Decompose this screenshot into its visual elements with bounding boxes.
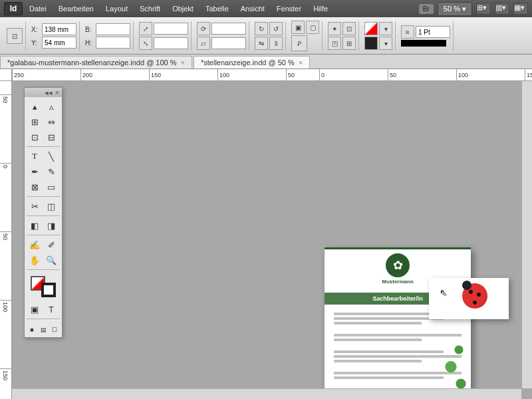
shear-input[interactable] <box>211 37 246 49</box>
mode-none-icon[interactable]: ☐ <box>49 325 60 335</box>
scale-x-icon[interactable]: ⤢ <box>139 22 152 35</box>
scale-y-input[interactable] <box>154 37 188 49</box>
page-tool[interactable]: ⊞ <box>27 114 43 129</box>
stroke-color-icon[interactable] <box>364 37 378 50</box>
document-tabbar: *galabau-mustermann-stellenanzeige.indd … <box>0 55 532 69</box>
x-label: X: <box>31 26 41 33</box>
effects-icon[interactable]: ✦ <box>328 22 341 35</box>
flip-h-icon[interactable]: ⇋ <box>255 37 268 50</box>
document-page[interactable]: Mustermann Sachbearbeiter/in <box>325 247 471 399</box>
menu-bearbeiten[interactable]: Bearbeiten <box>53 2 99 15</box>
w-input[interactable] <box>96 23 130 35</box>
ruler-origin[interactable] <box>0 69 12 81</box>
wrap-icon[interactable]: ⊡ <box>342 22 356 35</box>
company-logo-icon <box>386 253 410 277</box>
arrange-docs-button[interactable]: ▥▾ <box>495 3 509 15</box>
stroke-weight-input[interactable] <box>416 26 450 38</box>
scale-y-icon[interactable]: ⤡ <box>139 37 152 50</box>
stroke-weight-icon[interactable]: ≡ <box>401 25 414 39</box>
fill-none-icon[interactable] <box>364 22 378 35</box>
placeholder-text <box>334 338 422 341</box>
reference-point-icon[interactable]: ⊡ <box>7 28 23 44</box>
menu-objekt[interactable]: Objekt <box>167 2 199 15</box>
screen-mode-button[interactable]: ⊞▾ <box>476 3 491 15</box>
close-icon[interactable]: × <box>55 88 59 96</box>
y-input[interactable] <box>42 37 76 49</box>
placeholder-text <box>334 360 422 362</box>
close-icon[interactable]: × <box>299 59 303 66</box>
horizontal-ruler[interactable]: 25020015010050050100150 <box>12 69 532 81</box>
zoom-selector[interactable]: 50 % ▾ <box>438 2 472 16</box>
scale-x-input[interactable] <box>154 23 188 35</box>
menu-ansicht[interactable]: Ansicht <box>235 2 270 15</box>
rotate-input[interactable] <box>211 23 246 35</box>
bridge-button[interactable]: Br <box>419 4 434 14</box>
char-p-icon[interactable]: P <box>291 35 307 51</box>
vertical-ruler[interactable]: 50050100150 <box>0 81 12 399</box>
free-transform-tool[interactable]: ◫ <box>43 199 59 213</box>
horizontal-scrollbar[interactable] <box>12 388 521 399</box>
tools-panel-header[interactable]: ◂◂× <box>25 88 62 97</box>
apply-color-button[interactable]: ▣ <box>27 302 43 317</box>
rotate-icon[interactable]: ⟳ <box>197 22 210 35</box>
mode-normal-icon[interactable]: ■ <box>27 325 37 335</box>
mode-preview-icon[interactable]: ▤ <box>38 325 49 335</box>
rotate-cw-icon[interactable]: ↻ <box>255 22 268 35</box>
content-collector-tool[interactable]: ⊡ <box>27 130 43 144</box>
corner-icon[interactable]: ◳ <box>328 37 341 50</box>
pen-tool[interactable]: ✒ <box>27 164 43 179</box>
close-icon[interactable]: × <box>181 59 185 66</box>
content-select-icon[interactable]: ▢ <box>306 21 319 34</box>
placeholder-text <box>334 322 422 325</box>
zoom-tool[interactable]: 🔍 <box>43 253 59 267</box>
rectangle-frame-tool[interactable]: ⊠ <box>27 180 43 194</box>
placeholder-text <box>334 350 444 353</box>
menu-fenster[interactable]: Fenster <box>271 2 307 15</box>
rotate-ccw-icon[interactable]: ↺ <box>269 22 283 35</box>
tab-stellenanzeige[interactable]: *stellenanzeige.indd @ 50 %× <box>194 56 310 68</box>
menu-datei[interactable]: Datei <box>24 2 52 15</box>
menu-tabelle[interactable]: Tabelle <box>200 2 234 15</box>
direct-selection-tool[interactable]: ▵ <box>43 99 59 114</box>
selection-tool[interactable]: ▴ <box>27 99 43 114</box>
vertical-scrollbar[interactable] <box>521 81 532 388</box>
shear-icon[interactable]: ▱ <box>197 37 210 50</box>
menu-layout[interactable]: Layout <box>100 2 133 15</box>
x-input[interactable] <box>42 23 76 35</box>
h-label: H: <box>85 39 94 47</box>
hand-tool[interactable]: ✋ <box>27 253 43 267</box>
container-select-icon[interactable]: ▣ <box>291 21 305 34</box>
rectangle-tool[interactable]: ▭ <box>43 180 59 194</box>
gap-tool[interactable]: ⇔ <box>43 114 59 129</box>
placed-snippet[interactable]: ⇖ <box>429 278 509 319</box>
fill-dropdown-icon[interactable]: ▾ <box>379 22 392 35</box>
tab-galabau[interactable]: *galabau-mustermann-stellenanzeige.indd … <box>0 56 192 68</box>
line-tool[interactable]: ╲ <box>43 149 59 164</box>
collapse-icon[interactable]: ◂◂ <box>45 88 53 97</box>
content-placer-tool[interactable]: ⊟ <box>43 130 59 144</box>
workspace-button[interactable]: ▦▾ <box>513 3 528 15</box>
fill-stroke-swatch[interactable] <box>31 276 56 297</box>
note-tool[interactable]: ✍ <box>27 237 43 252</box>
stroke-dropdown-icon[interactable]: ▾ <box>379 37 392 50</box>
canvas[interactable]: Mustermann Sachbearbeiter/in ⇖ <box>12 81 532 399</box>
h-input[interactable] <box>96 37 130 49</box>
stroke-swatch-icon[interactable] <box>41 283 56 297</box>
scissors-tool[interactable]: ✂ <box>27 199 43 213</box>
w-label: B: <box>85 26 94 33</box>
gradient-swatch-tool[interactable]: ◧ <box>27 218 43 233</box>
apply-text-button[interactable]: T <box>43 302 59 317</box>
menu-hilfe[interactable]: Hilfe <box>308 2 333 15</box>
fit-icon[interactable]: ⊞ <box>342 37 356 50</box>
eyedropper-tool[interactable]: ✐ <box>43 237 59 252</box>
app-logo: Id <box>4 2 23 15</box>
stroke-style-icon[interactable] <box>401 40 446 47</box>
pencil-tool[interactable]: ✎ <box>43 164 59 179</box>
zoom-value: 50 % <box>444 5 460 13</box>
gradient-feather-tool[interactable]: ◨ <box>43 218 59 233</box>
menu-schrift[interactable]: Schrift <box>134 2 166 15</box>
place-cursor-icon: ⇖ <box>440 287 448 298</box>
tools-panel[interactable]: ◂◂× ▴ ▵ ⊞ ⇔ ⊡ ⊟ T ╲ ✒ ✎ ⊠ ▭ ✂ ◫ ◧ ◨ ✍ ✐ … <box>24 87 63 338</box>
flip-v-icon[interactable]: ⥮ <box>269 37 283 50</box>
type-tool[interactable]: T <box>27 149 43 164</box>
